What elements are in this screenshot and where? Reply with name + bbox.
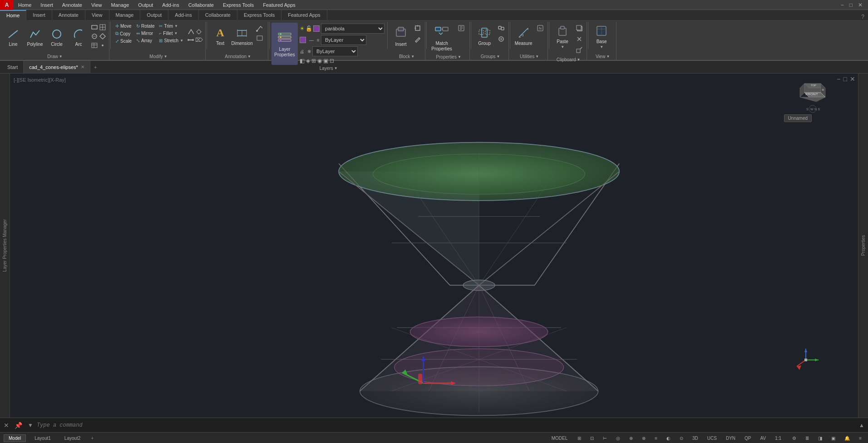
layer-icon-1[interactable]: ◧ <box>300 58 305 64</box>
tab-addins[interactable]: Add-ins <box>168 10 198 20</box>
utilities-label[interactable]: Utilities ▼ <box>513 53 546 59</box>
polar-icon[interactable]: ◎ <box>613 435 623 442</box>
graphics-toggle[interactable]: ▣ <box>829 435 838 442</box>
osnap-icon[interactable]: ⊕ <box>626 435 636 442</box>
menu-insert[interactable]: Insert <box>36 1 58 9</box>
group-edit-button[interactable] <box>497 34 506 44</box>
command-input[interactable] <box>37 422 855 428</box>
anno-visibility[interactable]: AV <box>758 435 769 442</box>
workspace-switch[interactable]: ⚙ <box>789 435 799 442</box>
copy-clipboard-button[interactable] <box>575 24 584 34</box>
properties-dropdown-icon[interactable]: ▼ <box>458 55 461 59</box>
menu-view[interactable]: View <box>87 1 107 9</box>
isolate-objects[interactable]: ◨ <box>815 435 825 442</box>
layers-dropdown-icon[interactable]: ▼ <box>334 66 338 70</box>
array-button[interactable]: ⊞ Stretch ▼ <box>157 37 185 44</box>
gradient-button[interactable] <box>91 33 98 41</box>
text-button[interactable]: A Text <box>210 23 231 49</box>
quick-props[interactable]: QP <box>742 435 754 442</box>
tab-output[interactable]: Output <box>140 10 168 20</box>
ungroup-button[interactable] <box>497 24 506 34</box>
maximize-button[interactable]: □ <box>848 2 854 8</box>
edit-block-button[interactable] <box>413 34 422 44</box>
viewport[interactable]: [-][SE Isometric][X-Ray] − □ ✕ <box>10 74 858 418</box>
menu-express[interactable]: Express Tools <box>218 1 258 9</box>
mirror-button[interactable]: ⇔ Mirror <box>134 30 156 37</box>
create-block-button[interactable] <box>413 24 422 34</box>
fillet-button[interactable]: ⌐ Fillet ▼ <box>157 30 185 37</box>
arc-button[interactable]: Arc <box>68 23 89 51</box>
menu-collaborate[interactable]: Collaborate <box>184 1 218 9</box>
dyn-ucs[interactable]: UCS <box>705 435 720 442</box>
menu-addins[interactable]: Add-ins <box>158 1 183 9</box>
array-dropdown-icon[interactable]: ▼ <box>180 39 183 43</box>
menu-home[interactable]: Home <box>14 1 36 9</box>
clipboard-label[interactable]: Clipboard ▼ <box>552 56 585 62</box>
quick-calc-button[interactable]: fx <box>536 24 545 34</box>
clipboard-dropdown-icon[interactable]: ▼ <box>577 58 581 62</box>
snap-icon[interactable]: ⊡ <box>587 435 597 442</box>
layout1-tab[interactable]: Layout1 <box>30 434 56 442</box>
erase-button[interactable]: ⌦ <box>195 36 202 44</box>
layout2-tab[interactable]: Layout2 <box>59 434 86 442</box>
view-label[interactable]: View ▼ <box>591 53 614 59</box>
base-dropdown-icon[interactable]: ▼ <box>600 45 603 49</box>
trim-dropdown-icon[interactable]: ▼ <box>174 24 178 28</box>
tab-annotate[interactable]: Annotate <box>52 10 85 20</box>
otrack-icon[interactable]: ⊗ <box>639 435 648 442</box>
properties-palette-button[interactable] <box>456 24 467 33</box>
command-expand-icon[interactable]: ▼ <box>26 422 35 428</box>
insert-button[interactable]: Insert <box>390 23 411 49</box>
view-dropdown-icon[interactable]: ▼ <box>606 54 610 59</box>
tab-manage[interactable]: Manage <box>109 10 141 20</box>
table-button[interactable] <box>91 42 98 50</box>
color-icon[interactable] <box>313 25 320 32</box>
rotate-button[interactable]: ↻ Rotate <box>134 23 156 30</box>
groups-dropdown-icon[interactable]: ▼ <box>497 54 500 59</box>
color-dropdown[interactable]: ByLayer <box>321 35 366 45</box>
app-icon[interactable]: A <box>0 0 14 10</box>
table-btn[interactable] <box>254 34 265 43</box>
layer-icon-4[interactable]: ◉ <box>317 58 322 64</box>
lock-icon[interactable]: 🔓 <box>306 25 312 32</box>
layer-properties-button[interactable]: Layer Properties <box>271 23 298 65</box>
annotation-label[interactable]: Annotation ▼ <box>210 53 266 59</box>
line-button[interactable]: Line <box>3 23 24 51</box>
close-button[interactable]: ✕ <box>856 2 864 8</box>
properties-label[interactable]: Properties ▼ <box>429 54 468 59</box>
join-button[interactable] <box>187 36 194 44</box>
menu-annotate[interactable]: Annotate <box>58 1 87 9</box>
block-dropdown-icon[interactable]: ▼ <box>411 54 414 59</box>
layer-icon-2[interactable]: ◈ <box>306 58 310 64</box>
utilities-dropdown-icon[interactable]: ▼ <box>535 54 539 59</box>
command-pin-icon[interactable]: 📌 <box>13 422 24 429</box>
format-painter-button[interactable] <box>575 45 584 55</box>
annotation-dropdown-icon[interactable]: ▼ <box>247 54 251 59</box>
point-button[interactable] <box>99 42 106 50</box>
layer-name-dropdown[interactable]: parábolа <box>321 24 385 34</box>
tab-start[interactable]: Start <box>2 61 24 73</box>
paste-button[interactable]: Paste ▼ <box>552 23 573 51</box>
notification-icon[interactable]: 🔔 <box>842 435 853 442</box>
layer-icon-6[interactable]: ⊡ <box>330 58 334 64</box>
rectangle-button[interactable] <box>91 24 98 32</box>
tab-add-button[interactable]: + <box>90 63 100 72</box>
lineweight-toggle[interactable]: ≡ <box>652 435 660 442</box>
explode-button[interactable] <box>195 28 202 35</box>
left-panel[interactable]: Layer Properties Manager <box>0 74 10 418</box>
tab-close-icon[interactable]: ✕ <box>81 64 84 69</box>
right-panel[interactable]: Properties <box>858 74 868 418</box>
circle-button[interactable]: Circle <box>46 23 67 51</box>
fillet-dropdown-icon[interactable]: ▼ <box>174 31 178 35</box>
layers-label[interactable]: Layers ▼ <box>271 65 385 71</box>
region-button[interactable] <box>99 33 106 41</box>
group-button[interactable]: Group <box>474 23 495 49</box>
minimize-button[interactable]: − <box>839 2 846 8</box>
tab-view[interactable]: View <box>85 10 109 20</box>
layer-icon-3[interactable]: ⊞ <box>311 58 316 64</box>
copy-button[interactable]: ⧉ Copy <box>113 30 133 37</box>
move-button[interactable]: ✛ Move <box>113 23 133 30</box>
paste-dropdown-icon[interactable]: ▼ <box>561 45 564 49</box>
measure-button[interactable]: d Measure <box>513 23 534 49</box>
draw-dropdown-icon[interactable]: ▼ <box>59 54 63 59</box>
